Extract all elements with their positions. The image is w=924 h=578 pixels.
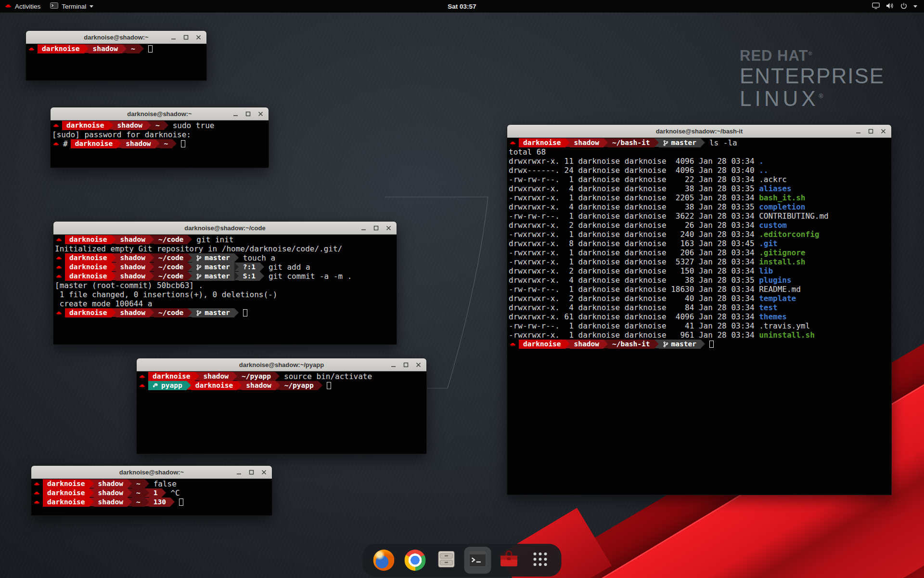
close-button[interactable] xyxy=(195,34,202,41)
terminal-text: drwxrwxr-x. 2 darknoise darknoise 26 Jan… xyxy=(509,221,759,230)
prompt-segment-path: ~/code xyxy=(154,253,188,263)
terminal-line: drwxrwxr-x. 4 darknoise darknoise 38 Jan… xyxy=(509,184,890,193)
terminal-line: -rw-rw-r--. 1 darknoise darknoise 22 Jan… xyxy=(509,175,890,184)
terminal-text: -rwxrwxr-x. 1 darknoise darknoise 961 Ja… xyxy=(509,330,759,340)
window-titlebar[interactable]: darknoise@shadow:~/bash-it xyxy=(507,125,891,138)
terminal-text: .. xyxy=(759,166,768,175)
terminal-text: themes xyxy=(759,312,787,321)
powerline-arrow-icon xyxy=(90,488,94,497)
close-button[interactable] xyxy=(415,361,422,368)
window-titlebar[interactable]: darknoise@shadow:~/code xyxy=(53,222,397,235)
powerline-arrow-icon xyxy=(234,308,239,317)
prompt-segment-git: master xyxy=(192,253,234,263)
dock-item-terminal[interactable] xyxy=(464,547,491,574)
minimize-button[interactable] xyxy=(235,469,243,476)
terminal-text: completion xyxy=(759,202,805,211)
terminal-text: test xyxy=(759,303,778,312)
prompt-segment-host: shadow xyxy=(199,372,233,381)
system-menu-arrow-icon[interactable] xyxy=(913,5,917,8)
minimize-button[interactable] xyxy=(360,224,367,232)
terminal-line: drwxrwxr-x. 8 darknoise darknoise 163 Ja… xyxy=(509,239,890,248)
terminal-content[interactable]: darknoiseshadow~ xyxy=(26,44,206,80)
powerline-arrow-icon xyxy=(150,308,154,317)
window-titlebar[interactable]: darknoise@shadow:~ xyxy=(26,31,206,44)
terminal-content[interactable]: darknoiseshadow~/bash-itmasterls -latota… xyxy=(507,138,891,495)
terminal-cursor xyxy=(243,309,247,316)
minimize-button[interactable] xyxy=(855,128,862,135)
prompt-segment-git: master xyxy=(192,308,234,317)
terminal-text: drwxrwxr-x. 61 darknoise darknoise 4096 … xyxy=(509,312,759,321)
terminal-line: drwxrwxr-x. 11 darknoise darknoise 4096 … xyxy=(509,157,890,166)
prompt-segment-user: darknoise xyxy=(62,121,109,130)
terminal-text: drwxrwxr-x. 4 darknoise darknoise 38 Jan… xyxy=(509,184,759,193)
dock xyxy=(363,544,562,577)
minimize-button[interactable] xyxy=(170,34,177,41)
hat-icon xyxy=(34,479,40,488)
window-titlebar[interactable]: darknoise@shadow:~ xyxy=(31,466,272,479)
terminal-window-code: darknoise@shadow:~/code darknoiseshadow~… xyxy=(53,221,397,345)
terminal-line: #darknoiseshadow~ xyxy=(52,139,267,148)
prompt-segment-host: shadow xyxy=(113,121,147,130)
rhel-watermark: RED HAT® ENTERPRISE LINUX® xyxy=(740,48,885,110)
powerline-arrow-icon xyxy=(150,263,154,271)
close-button[interactable] xyxy=(260,469,268,476)
hat-icon xyxy=(510,340,516,349)
powerline-arrow-icon xyxy=(188,253,192,262)
terminal-line: darknoiseshadow~/pyappsource bin/activat… xyxy=(138,372,425,381)
window-titlebar[interactable]: darknoise@shadow:~/pyapp xyxy=(137,358,426,371)
powerline-arrow-icon xyxy=(603,138,608,147)
prompt-segment-user: darknoise xyxy=(519,340,565,349)
window-titlebar[interactable]: darknoise@shadow:~ xyxy=(51,107,269,120)
maximize-button[interactable] xyxy=(867,128,874,135)
branch-icon xyxy=(196,264,202,271)
top-bar: Activities Terminal Sat 03:57 xyxy=(0,0,924,13)
powerline-arrow-icon xyxy=(109,121,113,130)
power-icon[interactable] xyxy=(900,2,907,11)
terminal-line: darknoiseshadow~1^C xyxy=(33,488,270,498)
dock-item-show-applications[interactable] xyxy=(527,547,554,574)
powerline-arrow-icon xyxy=(188,308,192,317)
hat-icon xyxy=(139,381,145,390)
powerline-arrow-icon xyxy=(275,372,280,381)
terminal-line: -rw-rw-r--. 1 darknoise darknoise 3622 J… xyxy=(509,211,890,221)
display-icon[interactable] xyxy=(872,2,880,11)
terminal-content[interactable]: darknoiseshadow~sudo true[sudo] password… xyxy=(51,120,269,168)
maximize-button[interactable] xyxy=(244,110,252,118)
clock[interactable]: Sat 03:57 xyxy=(0,3,924,10)
powerline-arrow-icon xyxy=(117,139,121,148)
maximize-button[interactable] xyxy=(182,34,190,41)
maximize-button[interactable] xyxy=(402,361,410,368)
volume-icon[interactable] xyxy=(886,2,894,11)
files-icon xyxy=(436,549,457,572)
prompt-segment-path: ~/bash-it xyxy=(608,138,654,147)
hat-icon xyxy=(139,372,145,381)
dock-item-files[interactable] xyxy=(433,547,460,574)
minimize-button[interactable] xyxy=(390,361,397,368)
terminal-content[interactable]: darknoiseshadow~falsedarknoiseshadow~1^C… xyxy=(31,479,272,515)
terminal-text: # xyxy=(63,139,68,148)
terminal-content[interactable]: darknoiseshadow~/pyappsource bin/activat… xyxy=(137,371,426,454)
maximize-button[interactable] xyxy=(372,224,380,232)
maximize-button[interactable] xyxy=(248,469,255,476)
terminal-text: drwxrwxr-x. 4 darknoise darknoise 84 Jan… xyxy=(509,303,759,312)
close-button[interactable] xyxy=(385,224,392,232)
dock-item-toolbox[interactable] xyxy=(496,547,523,574)
close-button[interactable] xyxy=(880,128,887,135)
terminal-text: ls -la xyxy=(709,138,737,147)
close-button[interactable] xyxy=(257,110,264,118)
terminal-text: 1 file changed, 0 insertions(+), 0 delet… xyxy=(55,290,277,299)
terminal-line: darknoiseshadow~sudo true xyxy=(52,121,267,130)
dock-item-chrome[interactable] xyxy=(402,547,429,574)
prompt-segment-gitq: ?:1 xyxy=(239,263,260,272)
powerline-arrow-icon xyxy=(234,272,239,280)
terminal-line: -rwxrwxr-x. 1 darknoise darknoise 2205 J… xyxy=(509,193,890,202)
prompt-segment-host: shadow xyxy=(116,235,150,244)
minimize-button[interactable] xyxy=(232,110,239,118)
prompt-segment-host: shadow xyxy=(94,498,128,507)
hat-icon xyxy=(56,253,62,263)
terminal-text: aliases xyxy=(759,184,791,193)
dock-item-firefox[interactable] xyxy=(371,547,398,574)
terminal-content[interactable]: darknoiseshadow~/codegit initInitialized… xyxy=(53,235,397,344)
prompt-segment-git: master xyxy=(192,263,234,272)
terminal-text: -rw-rw-r--. 1 darknoise darknoise 3622 J… xyxy=(509,211,759,221)
